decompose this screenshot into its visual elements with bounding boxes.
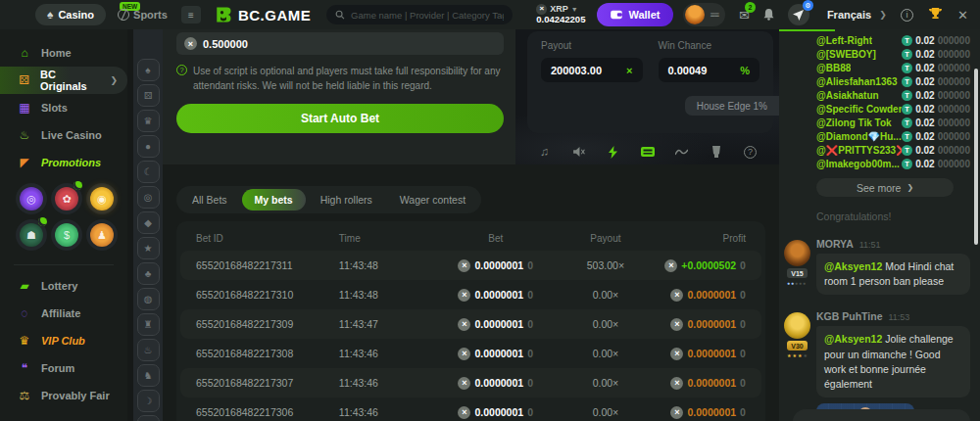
tab-high-rollers[interactable]: High rollers	[308, 189, 385, 210]
table-row[interactable]: 6552016848221731111:43:48×0.00000010503.…	[180, 251, 761, 280]
message-username[interactable]: KGB PuhTine	[816, 310, 882, 322]
wallet-button[interactable]: Wallet	[597, 3, 673, 26]
rain-username[interactable]: @❌PRITTYS233❌	[816, 145, 902, 156]
casino-toggle[interactable]: ♠ Casino	[35, 4, 106, 25]
rain-username[interactable]: @Asiakhatun	[816, 90, 879, 101]
home-icon: ⌂	[17, 46, 32, 60]
bc-game-logo[interactable]: BC.GAME	[215, 6, 311, 23]
table-row[interactable]: 6552016848221730711:43:46×0.000000100.00…	[180, 368, 761, 398]
chat-message: V30 ★★★★ KGB PuhTine 11:53 @Aksyen12 Jol…	[784, 310, 970, 421]
level-badge: V15	[787, 268, 808, 278]
sidebar-item-forum[interactable]: ❝ Forum	[0, 354, 127, 382]
mention[interactable]: @Aksyen12	[824, 260, 882, 272]
xrp-coin-icon: ×	[458, 289, 470, 302]
sidebar-item-promotions[interactable]: ◤ Promotions	[0, 149, 127, 176]
table-row[interactable]: 6552016848221730611:43:46×0.000000100.00…	[180, 398, 761, 421]
game-magic-hat-icon[interactable]: ☾	[137, 161, 160, 183]
sports-toggle[interactable]: NEW Sports	[118, 9, 168, 21]
rain-username[interactable]: @Diamond💎Hu...	[816, 131, 902, 142]
wallet-icon	[611, 10, 622, 20]
sidebar-item-vip-club[interactable]: ♛ VIP Club	[0, 327, 127, 354]
game-plinko-icon[interactable]: ▼	[137, 415, 160, 421]
bet-amount-input[interactable]: × 0.500000	[176, 32, 504, 55]
main-content: × 0.500000 ? Use of script is optional a…	[163, 29, 779, 421]
game-baccarat-icon[interactable]: ◍	[137, 288, 160, 310]
sidebar: ⌂ Home ⚄ BC Originals ❯ ▦ Slots ♨ Live C…	[0, 29, 127, 421]
game-tower-icon[interactable]: ♜	[137, 313, 160, 336]
sidebar-item-live-casino[interactable]: ♨ Live Casino	[0, 121, 127, 149]
turbo-bolt-icon[interactable]	[605, 144, 622, 160]
sidebar-item-home[interactable]: ⌂ Home	[0, 39, 127, 67]
close-icon[interactable]: ✕	[957, 8, 968, 23]
tab-all-bets[interactable]: All Bets	[179, 189, 240, 210]
list-icon: ≡≡	[710, 10, 718, 20]
promo-target-icon[interactable]: ◎	[16, 183, 47, 214]
win-chance-input[interactable]: 0.00049 %	[659, 58, 760, 82]
game-crash-icon[interactable]: ●	[137, 135, 160, 158]
game-keno-icon[interactable]: ♛	[137, 110, 160, 132]
sound-icon[interactable]	[570, 144, 588, 160]
sidebar-item-affiliate[interactable]: ◌ Affiliate	[0, 300, 127, 327]
inbox-button[interactable]: ✉ 2	[739, 8, 750, 23]
language-selector[interactable]: Français ❯	[827, 9, 887, 21]
avatar[interactable]	[784, 240, 810, 266]
rain-username[interactable]: @Zilong Tik Tok	[816, 117, 892, 128]
tab-wager-contest[interactable]: Wager contest	[387, 189, 478, 210]
rewards-button[interactable]	[929, 6, 942, 23]
promo-hood-icon[interactable]: ☗	[16, 219, 47, 251]
notifications-button[interactable]	[763, 9, 774, 21]
game-fishing-icon[interactable]: ♠	[137, 59, 160, 81]
see-more-button[interactable]: See more ❯	[816, 178, 954, 197]
promo-piggy-icon[interactable]: ◉	[86, 183, 118, 214]
bet-time: 11:43:47	[339, 318, 432, 330]
sidebar-item-slots[interactable]: ▦ Slots	[0, 94, 127, 121]
search-input[interactable]: Game name | Provider | Category Tag	[326, 5, 513, 24]
game-wheel-icon[interactable]: ★	[137, 237, 160, 259]
balance-selector[interactable]: × XRP ▼ 0.04242205	[536, 4, 585, 24]
seed-icon[interactable]	[708, 144, 725, 160]
menu-button[interactable]: ≡	[181, 6, 201, 23]
xrp-coin-icon: ×	[184, 37, 197, 50]
hotkeys-keyboard-icon[interactable]	[639, 144, 657, 160]
info-button[interactable]: i	[901, 9, 913, 22]
trends-icon[interactable]	[673, 144, 691, 160]
chat-scrollbar[interactable]	[974, 69, 978, 245]
sidebar-item-bc-originals[interactable]: ⚄ BC Originals ❯	[0, 67, 127, 94]
rain-row: @Specific CowdenT0.02000000	[816, 102, 970, 116]
rain-username[interactable]: @Imakegob00m...	[816, 159, 900, 169]
game-knife-icon[interactable]: ♞	[137, 364, 160, 387]
promo-dollar-tag-icon[interactable]: $	[51, 219, 82, 251]
table-row[interactable]: 6552016848221730811:43:46×0.000000100.00…	[180, 339, 761, 368]
rain-username[interactable]: @Left-Right	[816, 35, 872, 46]
game-twist-icon[interactable]: ♣	[137, 262, 160, 285]
rain-username[interactable]: @[SWEBOY]	[816, 49, 876, 60]
profile-menu[interactable]: ≡≡	[683, 3, 725, 26]
game-controls-panel: Payout 200003.00 × Win Chance 0.00049 %	[527, 31, 773, 133]
mention[interactable]: @Aksyen12	[824, 333, 882, 345]
rain-username[interactable]: @Specific Cowden	[816, 104, 902, 115]
payout-input[interactable]: 200003.00 ×	[541, 58, 643, 82]
chat-toggle-button[interactable]: ⚙	[788, 4, 809, 25]
table-row[interactable]: 6552016848221731011:43:48×0.000000100.00…	[180, 280, 761, 309]
rain-username[interactable]: @BB88	[816, 63, 851, 73]
game-vision-icon[interactable]: ☽	[137, 390, 160, 412]
chat-input[interactable]	[793, 409, 970, 421]
avatar[interactable]	[784, 312, 810, 339]
game-oracle-icon[interactable]: ♨	[137, 339, 160, 361]
sidebar-item-provably-fair[interactable]: ⚖ Provably Fair	[0, 382, 127, 409]
promo-member-icon[interactable]: ♟	[86, 219, 118, 251]
start-auto-bet-button[interactable]: Start Auto Bet	[176, 104, 504, 133]
message-username[interactable]: MORYA	[816, 238, 854, 250]
game-dice-icon[interactable]: ⚄	[137, 84, 160, 107]
game-mines-icon[interactable]: ◆	[137, 211, 160, 234]
tab-my-bets[interactable]: My bets	[242, 189, 306, 210]
game-roulette-icon[interactable]: ◎	[137, 186, 160, 209]
rain-username[interactable]: @Aliesfahan1363	[816, 76, 898, 87]
tether-coin-icon: T	[902, 49, 912, 60]
house-edge-badge: House Edge 1%	[685, 96, 779, 116]
promo-wheel-icon[interactable]: ✿	[51, 183, 82, 214]
help-icon[interactable]: ?	[742, 144, 760, 160]
music-icon[interactable]: ♫	[536, 144, 554, 160]
sidebar-item-lottery[interactable]: ▰ Lottery	[0, 272, 127, 300]
table-row[interactable]: 6552016848221730911:43:47×0.000000100.00…	[180, 309, 761, 339]
